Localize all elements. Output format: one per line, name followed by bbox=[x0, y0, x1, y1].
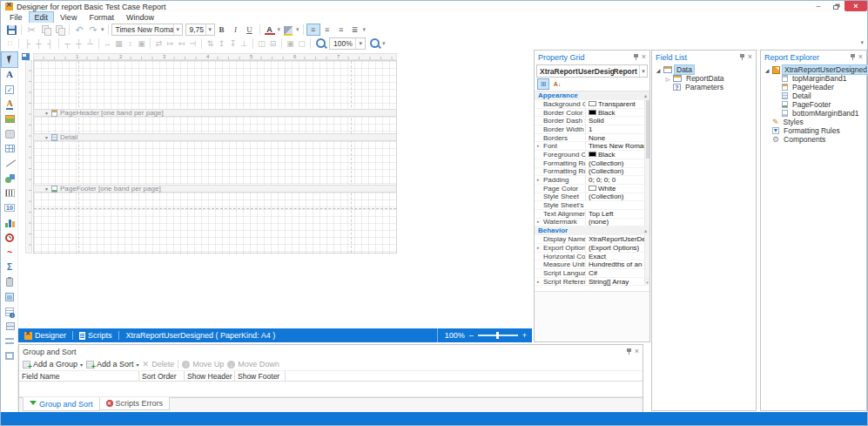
alphabetical-sort-button[interactable]: A↓ bbox=[551, 78, 563, 90]
column-header-show-header[interactable]: Show Header bbox=[185, 371, 235, 381]
zoom-combo-dropdown[interactable]: ▼ bbox=[355, 38, 365, 49]
property-value[interactable]: (Collection) bbox=[585, 159, 649, 167]
bring-to-front-icon[interactable]: ▣ bbox=[285, 37, 296, 49]
property-row[interactable]: Style Sheet(Collection) bbox=[535, 193, 649, 202]
report-explorer-item-bottommarginband1[interactable]: bottomMarginBand1 bbox=[761, 109, 866, 118]
menu-item-window[interactable]: Window bbox=[121, 12, 159, 23]
property-row[interactable]: Style Sheet's Pa bbox=[535, 201, 649, 210]
make-same-size-icon[interactable]: ▣ bbox=[136, 37, 147, 49]
remove-horizontal-spacing-icon[interactable]: ⊣ bbox=[187, 37, 198, 49]
property-row[interactable]: Formatting Rule(Collection) bbox=[535, 159, 649, 168]
align-rights-icon[interactable]: ┤ bbox=[44, 37, 56, 49]
redo-button[interactable]: ↷ bbox=[86, 24, 100, 36]
collapse-arrow-icon[interactable]: ▼ bbox=[44, 111, 49, 116]
expand-icon[interactable]: ▸ bbox=[537, 219, 540, 224]
chart-tool[interactable] bbox=[2, 215, 17, 230]
highlight-dropdown[interactable]: ▾ bbox=[296, 26, 299, 33]
cross-band-line-tool[interactable] bbox=[2, 334, 17, 348]
zoom-out-button[interactable]: – bbox=[469, 331, 474, 340]
field-list-item-parameters[interactable]: ?Parameters bbox=[652, 83, 756, 91]
column-header-field-name[interactable]: Field Name bbox=[19, 371, 139, 381]
top-margin-band[interactable] bbox=[34, 61, 396, 109]
expanded-twisty-icon[interactable]: ◢ bbox=[656, 67, 661, 73]
subreport-tool[interactable] bbox=[2, 289, 17, 304]
pageheader-band-header[interactable]: ▼ PageHeader [one band per page] bbox=[34, 109, 396, 117]
property-value[interactable]: XtraReportUserDe... bbox=[585, 235, 649, 243]
close-icon[interactable]: × bbox=[635, 348, 639, 355]
menu-item-format[interactable]: Format bbox=[84, 12, 119, 23]
cut-button[interactable]: ✂ bbox=[24, 24, 38, 36]
property-row[interactable]: ▸Watermark(none) bbox=[535, 219, 649, 227]
property-row[interactable]: Border Width1 bbox=[535, 125, 649, 134]
property-row[interactable]: Border Dash StySolid bbox=[535, 117, 649, 125]
equal-horizontal-spacing-icon[interactable]: ⇄ bbox=[153, 37, 165, 49]
zoom-button[interactable] bbox=[313, 37, 327, 50]
increase-vertical-spacing-icon[interactable]: ↥ bbox=[216, 37, 227, 49]
remove-vertical-spacing-icon[interactable]: ⊥ bbox=[239, 37, 250, 49]
property-row[interactable]: BordersNone bbox=[535, 134, 649, 143]
column-header-sort-order[interactable]: Sort Order bbox=[139, 371, 185, 381]
expand-icon[interactable]: ▸ bbox=[537, 177, 540, 182]
column-header-show-footer[interactable]: Show Footer bbox=[235, 371, 286, 381]
property-grid-scrollbar[interactable]: ▴ bbox=[644, 91, 649, 286]
group-sort-empty-rows[interactable] bbox=[19, 382, 643, 397]
collapsed-twisty-icon[interactable]: ▷ bbox=[665, 76, 670, 82]
property-value[interactable]: (Collection) bbox=[585, 193, 649, 200]
undo-button[interactable]: ↶ bbox=[72, 24, 86, 36]
report-explorer-item-xtrareportuserdesigned[interactable]: ◢XtraReportUserDesigned bbox=[761, 65, 866, 74]
align-left-button[interactable]: ≡ bbox=[306, 24, 320, 36]
close-icon[interactable]: × bbox=[858, 53, 863, 61]
collapse-arrow-icon[interactable]: ▼ bbox=[44, 135, 49, 140]
property-value[interactable]: White bbox=[585, 185, 649, 193]
scroll-down-arrow[interactable]: ▾ bbox=[644, 279, 649, 286]
align-middles-icon[interactable]: ┼ bbox=[73, 37, 84, 49]
property-value[interactable]: String[] Array bbox=[585, 278, 649, 286]
field-list-item-data[interactable]: ◢Data bbox=[652, 65, 756, 74]
close-icon[interactable]: × bbox=[748, 53, 752, 61]
undo-dropdown-chevron[interactable]: ▾ bbox=[101, 26, 104, 33]
property-row[interactable]: Measure UnitsHundredths of an I... bbox=[535, 260, 649, 269]
rich-text-tool[interactable]: A bbox=[2, 97, 17, 112]
align-justify-button[interactable]: ≣ bbox=[348, 24, 362, 36]
send-to-back-icon[interactable]: ▢ bbox=[296, 37, 307, 49]
field-list-item-reportdata[interactable]: ▷ReportData bbox=[652, 74, 756, 83]
font-size-dropdown[interactable]: ▼ bbox=[205, 24, 214, 35]
equal-vertical-spacing-icon[interactable]: ⇅ bbox=[205, 37, 216, 49]
pageheader-band-content[interactable] bbox=[34, 117, 396, 133]
property-value[interactable]: Times New Roman;... bbox=[585, 142, 649, 150]
property-value[interactable]: Solid bbox=[585, 117, 649, 125]
font-size-combo[interactable]: 9,75 ▼ bbox=[185, 24, 215, 36]
zoom-slider-thumb[interactable] bbox=[496, 332, 499, 339]
dropdown-chevron[interactable]: ▾ bbox=[137, 362, 139, 368]
paste-button[interactable] bbox=[52, 24, 66, 36]
align-right-button[interactable]: ≡ bbox=[334, 24, 348, 36]
save-button[interactable] bbox=[4, 24, 18, 36]
menu-item-file[interactable]: File bbox=[4, 12, 28, 23]
property-value[interactable]: 0; 0; 0; 0 bbox=[585, 176, 649, 184]
dropdown-chevron[interactable]: ▾ bbox=[80, 362, 83, 368]
property-value[interactable]: (Collection) bbox=[585, 167, 649, 175]
size-to-grid-icon[interactable]: ▦ bbox=[113, 37, 124, 49]
property-row[interactable]: Background ColTransparent bbox=[535, 100, 649, 109]
report-explorer-item-pageheader[interactable]: PageHeader bbox=[761, 83, 866, 91]
property-value[interactable]: C# bbox=[585, 269, 649, 277]
italic-button[interactable]: I bbox=[229, 24, 243, 36]
close-button[interactable]: × bbox=[844, 1, 867, 11]
barcode-tool[interactable] bbox=[2, 186, 17, 200]
object-selector-dropdown[interactable]: ▼ bbox=[639, 65, 647, 77]
gauge-tool[interactable] bbox=[2, 230, 17, 245]
align-lefts-icon[interactable]: ├ bbox=[22, 37, 33, 49]
property-value[interactable]: None bbox=[585, 134, 649, 142]
report-explorer-item-topmarginband1[interactable]: topMarginBand1 bbox=[761, 74, 866, 83]
report-explorer-item-formatting-rules[interactable]: Formatting Rules bbox=[761, 126, 866, 135]
detail-band-header[interactable]: ▼ Detail bbox=[34, 133, 396, 141]
property-value[interactable]: (none) bbox=[585, 218, 649, 226]
property-row[interactable]: Formatting Rule(Collection) bbox=[535, 168, 649, 177]
report-explorer-item-detail[interactable]: Detail bbox=[761, 91, 866, 100]
minimize-button[interactable]: – bbox=[810, 1, 827, 11]
collapse-arrow-icon[interactable]: ▼ bbox=[44, 186, 49, 192]
pin-icon[interactable] bbox=[634, 54, 638, 60]
toolbar-overflow-chevron[interactable]: ▾ bbox=[860, 39, 864, 46]
pin-icon[interactable] bbox=[740, 54, 744, 60]
property-row[interactable]: ▸Padding0; 0; 0; 0 bbox=[535, 176, 649, 185]
